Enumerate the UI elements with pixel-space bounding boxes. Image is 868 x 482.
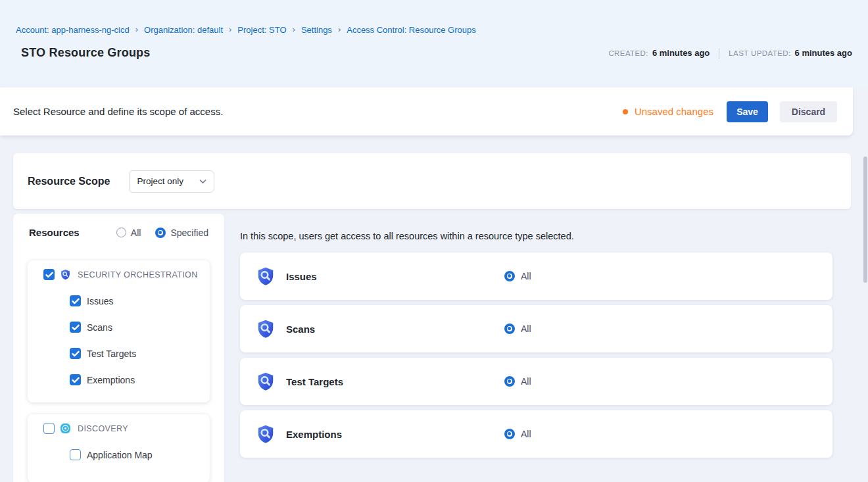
chevron-right-icon: › xyxy=(229,25,231,34)
access-radio-all[interactable]: All xyxy=(504,324,531,334)
content-area: Resource Scope Project only Resources Al… xyxy=(0,135,868,482)
chevron-right-icon: › xyxy=(338,25,341,34)
resources-radio-specified[interactable]: Specified xyxy=(155,228,208,238)
access-radio-all[interactable]: All xyxy=(504,271,531,281)
resource-card-exemptions: Exemptions All xyxy=(240,410,832,458)
save-button[interactable]: Save xyxy=(727,101,768,122)
check-icon xyxy=(72,350,80,357)
chevron-right-icon: › xyxy=(135,25,138,34)
resource-item-application-map: Application Map xyxy=(28,449,210,460)
chevron-right-icon: › xyxy=(293,25,295,34)
breadcrumb-settings-link[interactable]: Settings xyxy=(301,25,332,35)
item-label: Exemptions xyxy=(87,375,135,385)
card-title: Scans xyxy=(286,324,504,335)
radio-selected-icon[interactable] xyxy=(504,324,515,334)
last-updated-label: LAST UPDATED: xyxy=(729,49,790,57)
resource-item-exemptions: Exemptions xyxy=(28,374,210,385)
discovery-checkbox[interactable] xyxy=(43,423,55,434)
access-radio-all[interactable]: All xyxy=(504,376,531,387)
card-title: Test Targets xyxy=(286,376,504,387)
resource-item-issues: Issues xyxy=(28,295,210,306)
resources-radio-all[interactable]: All xyxy=(116,228,141,238)
breadcrumb-organization-link[interactable]: Organization: default xyxy=(144,25,223,35)
page-title: STO Resource Groups xyxy=(21,46,151,60)
breadcrumb-account-link[interactable]: Account: app-harness-ng-cicd xyxy=(16,25,130,35)
unsaved-changes-label: Unsaved changes xyxy=(635,106,713,117)
check-icon xyxy=(72,298,80,304)
resource-scope-card: Resource Scope Project only xyxy=(13,153,851,209)
created-label: CREATED: xyxy=(608,49,648,57)
application-map-checkbox[interactable] xyxy=(70,449,81,460)
radio-selected-icon[interactable] xyxy=(504,271,515,281)
toolbar: Select Resource and define its scope of … xyxy=(0,87,853,135)
radio-selected-icon[interactable] xyxy=(155,228,166,238)
access-label: All xyxy=(521,429,531,439)
card-title: Issues xyxy=(286,271,504,282)
resource-scope-selected-value: Project only xyxy=(137,176,183,186)
sto-shield-icon xyxy=(256,266,276,286)
page-header: Account: app-harness-ng-cicd › Organizat… xyxy=(0,0,868,87)
breadcrumb: Account: app-harness-ng-cicd › Organizat… xyxy=(16,0,852,35)
resource-card-scans: Scans All xyxy=(240,305,832,352)
sto-shield-icon xyxy=(256,319,276,339)
sto-shield-icon xyxy=(60,269,71,280)
item-label: Test Targets xyxy=(87,349,136,359)
resources-panel: Resources All Specified xyxy=(13,214,224,482)
test-targets-checkbox[interactable] xyxy=(70,348,81,359)
divider xyxy=(719,48,719,59)
timestamps: CREATED: 6 minutes ago LAST UPDATED: 6 m… xyxy=(608,48,852,59)
unsaved-changes-dot-icon xyxy=(623,109,628,114)
issues-checkbox[interactable] xyxy=(70,295,81,306)
breadcrumb-resource-groups-link[interactable]: Access Control: Resource Groups xyxy=(347,25,476,35)
resource-scope-select[interactable]: Project only xyxy=(129,170,214,193)
radio-selected-icon[interactable] xyxy=(504,376,515,387)
created-value: 6 minutes ago xyxy=(652,48,710,58)
access-radio-all[interactable]: All xyxy=(504,429,531,439)
vertical-scrollbar[interactable] xyxy=(863,157,867,283)
access-label: All xyxy=(521,324,531,334)
breadcrumb-project-link[interactable]: Project: STO xyxy=(237,25,286,35)
group-security-orchestration: SECURITY ORCHESTRATION Issues Scans xyxy=(28,260,210,402)
toolbar-description: Select Resource and define its scope of … xyxy=(13,106,223,117)
item-label: Issues xyxy=(87,296,113,306)
discard-button[interactable]: Discard xyxy=(780,101,837,122)
item-label: Scans xyxy=(87,322,112,333)
radio-unselected-icon[interactable] xyxy=(116,228,126,237)
check-icon xyxy=(72,324,80,331)
group-label: DISCOVERY xyxy=(78,424,128,433)
resource-card-test-targets: Test Targets All xyxy=(240,358,832,405)
radio-all-label: All xyxy=(131,228,141,238)
check-icon xyxy=(45,272,53,278)
radio-specified-label: Specified xyxy=(170,228,208,238)
sto-shield-icon xyxy=(256,424,276,444)
group-label: SECURITY ORCHESTRATION xyxy=(78,270,198,279)
resource-card-issues: Issues All xyxy=(240,253,832,300)
resource-item-test-targets: Test Targets xyxy=(28,348,210,359)
resource-scope-label: Resource Scope xyxy=(28,176,110,187)
scope-description: In this scope, users get access to all r… xyxy=(240,231,851,241)
sto-shield-icon xyxy=(256,372,276,391)
last-updated-value: 6 minutes ago xyxy=(795,48,852,58)
check-icon xyxy=(72,377,80,383)
scans-checkbox[interactable] xyxy=(70,322,81,333)
item-label: Application Map xyxy=(87,450,153,460)
security-orchestration-checkbox[interactable] xyxy=(43,269,55,280)
access-label: All xyxy=(521,376,531,387)
resources-title: Resources xyxy=(29,227,80,238)
access-label: All xyxy=(521,271,531,281)
group-discovery: DISCOVERY Application Map xyxy=(28,414,210,482)
radio-selected-icon[interactable] xyxy=(504,429,515,439)
scope-detail-area: In this scope, users get access to all r… xyxy=(240,214,851,458)
resource-item-scans: Scans xyxy=(28,322,210,333)
card-title: Exemptions xyxy=(286,429,504,440)
exemptions-checkbox[interactable] xyxy=(70,374,81,385)
chevron-down-icon xyxy=(199,179,206,184)
discovery-icon xyxy=(60,423,71,434)
